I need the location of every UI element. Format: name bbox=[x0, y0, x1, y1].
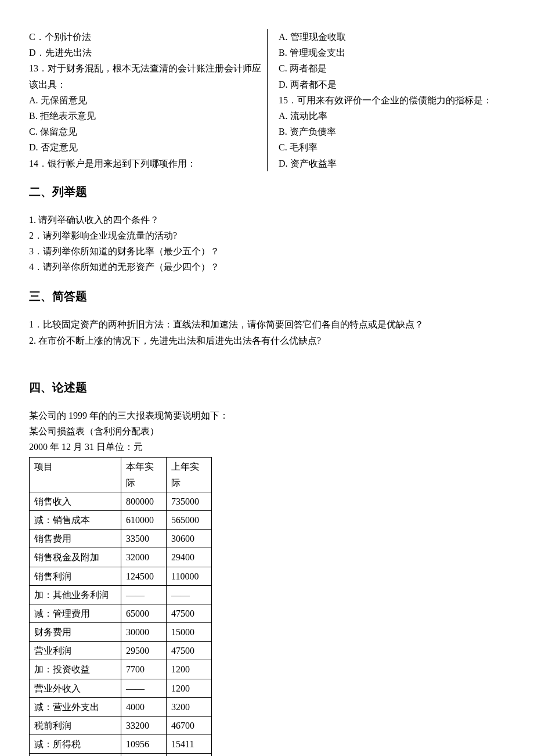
table-row: 净利润2224431289 bbox=[30, 754, 212, 756]
mc-line: 14．银行帐户是用来起到下列哪项作用： bbox=[29, 156, 261, 171]
mc-line: D. 两者都不是 bbox=[279, 77, 505, 92]
table-row: 减：销售成本610000565000 bbox=[30, 510, 212, 529]
table-cell: 30000 bbox=[121, 623, 167, 642]
table-cell: 124500 bbox=[121, 567, 167, 585]
section-4-content: 某公司的 1999 年的的三大报表现简要说明如下： 某公司损益表（含利润分配表）… bbox=[29, 408, 505, 756]
mc-line: D. 否定意见 bbox=[29, 139, 261, 155]
table-cell: 销售收入 bbox=[30, 492, 121, 510]
section-2-content: 1. 请列举确认收入的四个条件？ 2．请列举影响企业现金流量的活动? 3．请列举… bbox=[29, 212, 505, 275]
table-row: 财务费用3000015000 bbox=[30, 623, 212, 642]
mc-line: A. 无保留意见 bbox=[29, 92, 261, 108]
table-cell: 销售费用 bbox=[30, 530, 121, 548]
table-cell: 46700 bbox=[167, 717, 212, 735]
table-cell: 销售税金及附加 bbox=[30, 548, 121, 567]
table-cell: 财务费用 bbox=[30, 623, 121, 642]
mc-line: C. 保留意见 bbox=[29, 124, 261, 139]
table-cell: 47500 bbox=[167, 642, 212, 660]
mc-line: C. 毛利率 bbox=[279, 139, 505, 155]
intro-line: 某公司的 1999 年的的三大报表现简要说明如下： bbox=[29, 408, 505, 423]
table-cell: —— bbox=[121, 585, 167, 604]
table-cell: 29400 bbox=[167, 548, 212, 567]
table-cell: 1200 bbox=[167, 660, 212, 679]
table-cell: 4000 bbox=[121, 697, 167, 716]
list-item: 4．请列举你所知道的无形资产（最少四个）？ bbox=[29, 259, 505, 275]
table-cell: 净利润 bbox=[30, 754, 121, 756]
table-cell: 565000 bbox=[167, 510, 212, 529]
table-row: 减：管理费用6500047500 bbox=[30, 604, 212, 622]
table-row: 销售利润124500110000 bbox=[30, 567, 212, 585]
table-cell: 47500 bbox=[167, 604, 212, 622]
table-header-cell: 项目 bbox=[30, 458, 121, 492]
intro-line: 2000 年 12 月 31 日单位：元 bbox=[29, 439, 505, 455]
list-item: 1. 请列举确认收入的四个条件？ bbox=[29, 212, 505, 228]
mc-line: B. 资产负债率 bbox=[279, 124, 505, 139]
section-2-title: 二、列举题 bbox=[29, 182, 505, 201]
mc-left-column: C．个别计价法 D．先进先出法 13．对于财务混乱，根本无法查清的会计账注册会计… bbox=[29, 29, 267, 171]
table-cell: 33500 bbox=[121, 530, 167, 548]
table-cell: 销售利润 bbox=[30, 567, 121, 585]
table-cell: 65000 bbox=[121, 604, 167, 622]
table-cell: 减：营业外支出 bbox=[30, 697, 121, 716]
table-cell: 加：其他业务利润 bbox=[30, 585, 121, 604]
table-cell: 15000 bbox=[167, 623, 212, 642]
mc-line: 13．对于财务混乱，根本无法查清的会计账注册会计师应该出具： bbox=[29, 60, 261, 92]
table-cell: 31289 bbox=[167, 754, 212, 756]
table-row: 销售税金及附加3200029400 bbox=[30, 548, 212, 567]
table-cell: 610000 bbox=[121, 510, 167, 529]
list-item: 2．请列举影响企业现金流量的活动? bbox=[29, 228, 505, 243]
table-row: 销售费用3350030600 bbox=[30, 530, 212, 548]
multiple-choice-columns: C．个别计价法 D．先进先出法 13．对于财务混乱，根本无法查清的会计账注册会计… bbox=[29, 29, 505, 171]
table-cell: 营业外收入 bbox=[30, 679, 121, 697]
mc-line: A. 管理现金收取 bbox=[279, 29, 505, 45]
table-cell: 800000 bbox=[121, 492, 167, 510]
mc-right-column: A. 管理现金收取 B. 管理现金支出 C. 两者都是 D. 两者都不是 15．… bbox=[267, 29, 505, 171]
table-cell: 22244 bbox=[121, 754, 167, 756]
table-header-cell: 本年实际 bbox=[121, 458, 167, 492]
table-cell: 营业利润 bbox=[30, 642, 121, 660]
table-row: 税前利润3320046700 bbox=[30, 717, 212, 735]
list-item: 2. 在市价不断上涨的情况下，先进先出法和后进先出法各有什么优缺点? bbox=[29, 333, 505, 348]
table-row: 减：营业外支出40003200 bbox=[30, 697, 212, 716]
table-row: 减：所得税1095615411 bbox=[30, 735, 212, 754]
table-cell: 15411 bbox=[167, 735, 212, 754]
mc-line: 15．可用来有效评价一个企业的偿债能力的指标是： bbox=[279, 92, 505, 108]
mc-line: B. 拒绝表示意见 bbox=[29, 108, 261, 124]
intro-line: 某公司损益表（含利润分配表） bbox=[29, 423, 505, 439]
income-statement-table: 项目本年实际上年实际销售收入800000735000减：销售成本61000056… bbox=[29, 457, 212, 756]
table-header-row: 项目本年实际上年实际 bbox=[30, 458, 212, 492]
table-cell: 减：销售成本 bbox=[30, 510, 121, 529]
table-cell: 110000 bbox=[167, 567, 212, 585]
column-divider bbox=[267, 29, 268, 171]
table-cell: 735000 bbox=[167, 492, 212, 510]
table-row: 加：其他业务利润———— bbox=[30, 585, 212, 604]
table-cell: 税前利润 bbox=[30, 717, 121, 735]
list-item: 3．请列举你所知道的财务比率（最少五个）？ bbox=[29, 243, 505, 259]
table-row: 营业外收入——1200 bbox=[30, 679, 212, 697]
table-header-cell: 上年实际 bbox=[167, 458, 212, 492]
table-row: 加：投资收益77001200 bbox=[30, 660, 212, 679]
table-cell: 3200 bbox=[167, 697, 212, 716]
mc-line: C. 两者都是 bbox=[279, 60, 505, 76]
mc-line: D. 资产收益率 bbox=[279, 156, 505, 171]
table-cell: 加：投资收益 bbox=[30, 660, 121, 679]
table-cell: 7700 bbox=[121, 660, 167, 679]
section-4-title: 四、论述题 bbox=[29, 377, 505, 397]
section-3-content: 1．比较固定资产的两种折旧方法：直线法和加速法，请你简要回答它们各自的特点或是优… bbox=[29, 316, 505, 348]
table-cell: 30600 bbox=[167, 530, 212, 548]
table-cell: 10956 bbox=[121, 735, 167, 754]
table-cell: 1200 bbox=[167, 679, 212, 697]
table-cell: 33200 bbox=[121, 717, 167, 735]
mc-line: B. 管理现金支出 bbox=[279, 45, 505, 60]
table-cell: 32000 bbox=[121, 548, 167, 567]
table-cell: —— bbox=[167, 585, 212, 604]
table-row: 销售收入800000735000 bbox=[30, 492, 212, 510]
list-item: 1．比较固定资产的两种折旧方法：直线法和加速法，请你简要回答它们各自的特点或是优… bbox=[29, 316, 505, 332]
table-cell: —— bbox=[121, 679, 167, 697]
section-3-title: 三、简答题 bbox=[29, 286, 505, 306]
table-row: 营业利润2950047500 bbox=[30, 642, 212, 660]
table-cell: 减：管理费用 bbox=[30, 604, 121, 622]
table-cell: 29500 bbox=[121, 642, 167, 660]
mc-line: D．先进先出法 bbox=[29, 45, 261, 60]
mc-line: A. 流动比率 bbox=[279, 108, 505, 124]
mc-line: C．个别计价法 bbox=[29, 29, 261, 45]
